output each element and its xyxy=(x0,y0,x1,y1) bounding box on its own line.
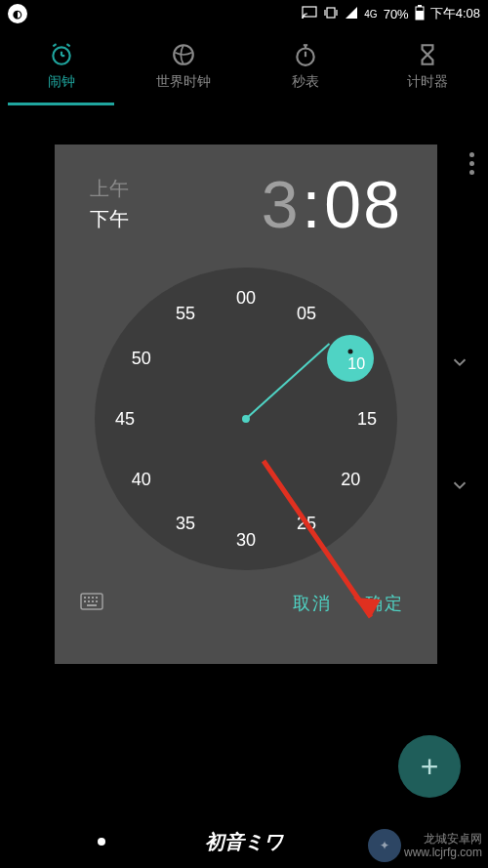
am-option[interactable]: 上午 xyxy=(90,176,129,202)
svg-line-11 xyxy=(66,44,69,46)
svg-rect-20 xyxy=(92,597,94,599)
svg-rect-18 xyxy=(84,597,86,599)
chevron-down-icon[interactable] xyxy=(449,475,470,500)
minute-value[interactable]: 08 xyxy=(324,166,402,242)
battery-icon xyxy=(415,5,425,23)
tab-bar: 闹钟 世界时钟 秒表 计时器 xyxy=(0,27,488,105)
svg-rect-23 xyxy=(88,600,90,602)
time-picker-dialog: 上午 下午 3 : 08 00 05 10 15 20 25 30 35 40 … xyxy=(55,145,437,664)
svg-point-13 xyxy=(297,49,313,65)
alarm-icon xyxy=(49,42,74,67)
overflow-menu-icon[interactable] xyxy=(469,152,474,175)
clock-num-35[interactable]: 35 xyxy=(169,507,202,540)
clock-center-dot xyxy=(242,415,250,423)
tab-label: 闹钟 xyxy=(48,73,75,91)
app-avatar-icon: ◐ xyxy=(8,4,27,23)
svg-rect-21 xyxy=(96,597,98,599)
clock-num-05[interactable]: 05 xyxy=(290,298,323,331)
nav-dot-icon[interactable] xyxy=(98,838,105,846)
svg-rect-19 xyxy=(88,597,90,599)
clock-num-55[interactable]: 55 xyxy=(169,298,202,331)
tab-label: 秒表 xyxy=(292,73,319,91)
status-bar: ◐ 4G 70% 下午4:08 xyxy=(0,0,488,27)
stopwatch-icon xyxy=(293,42,318,67)
svg-rect-22 xyxy=(84,600,86,602)
cast-icon xyxy=(302,6,317,22)
svg-rect-25 xyxy=(96,600,98,602)
svg-rect-26 xyxy=(87,604,97,606)
network-label: 4G xyxy=(364,9,377,20)
clock-num-30[interactable]: 30 xyxy=(229,523,263,557)
hour-value[interactable]: 3 xyxy=(262,166,301,242)
globe-icon xyxy=(171,42,196,67)
watermark: ✦ 龙城安卓网 www.lcjrfg.com xyxy=(362,829,482,862)
clock-num-50[interactable]: 50 xyxy=(125,342,158,375)
status-time: 下午4:08 xyxy=(430,5,480,22)
tab-label: 世界时钟 xyxy=(156,73,211,91)
clock-face[interactable]: 00 05 10 15 20 25 30 35 40 45 50 55 xyxy=(95,268,397,570)
clock-hand xyxy=(245,343,330,419)
clock-num-20[interactable]: 20 xyxy=(334,463,367,496)
clock-num-00[interactable]: 00 xyxy=(229,281,263,314)
svg-line-10 xyxy=(53,44,56,46)
chevron-down-icon[interactable] xyxy=(449,351,470,377)
clock-num-40[interactable]: 40 xyxy=(125,463,158,496)
tab-label: 计时器 xyxy=(407,73,448,91)
plus-icon: + xyxy=(421,749,439,785)
keyboard-input-icon[interactable] xyxy=(80,593,103,615)
time-display: 3 : 08 xyxy=(262,166,402,242)
svg-rect-24 xyxy=(92,600,94,602)
tab-timer[interactable]: 计时器 xyxy=(366,27,488,105)
ampm-selector[interactable]: 上午 下午 xyxy=(90,176,129,232)
clock-num-15[interactable]: 15 xyxy=(350,402,384,435)
pm-option[interactable]: 下午 xyxy=(90,206,129,232)
hourglass-icon xyxy=(415,42,440,67)
clock-selected-minute[interactable]: 10 xyxy=(327,335,374,382)
tab-world-clock[interactable]: 世界时钟 xyxy=(122,27,244,105)
svg-rect-1 xyxy=(327,8,335,18)
add-alarm-fab[interactable]: + xyxy=(398,735,461,798)
nav-center-label: 初音ミワ xyxy=(205,829,283,855)
cancel-button[interactable]: 取消 xyxy=(293,592,332,615)
svg-rect-6 xyxy=(418,5,422,7)
signal-icon xyxy=(345,6,358,22)
clock-num-25[interactable]: 25 xyxy=(290,507,323,540)
selected-dot xyxy=(348,349,353,353)
watermark-logo-icon: ✦ xyxy=(368,829,401,862)
svg-rect-5 xyxy=(416,11,424,20)
battery-percent: 70% xyxy=(384,7,409,21)
tab-alarm[interactable]: 闹钟 xyxy=(0,27,122,105)
confirm-button[interactable]: 确定 xyxy=(365,592,404,615)
tab-stopwatch[interactable]: 秒表 xyxy=(244,27,366,105)
clock-num-45[interactable]: 45 xyxy=(108,402,142,435)
vibrate-icon xyxy=(323,6,339,22)
